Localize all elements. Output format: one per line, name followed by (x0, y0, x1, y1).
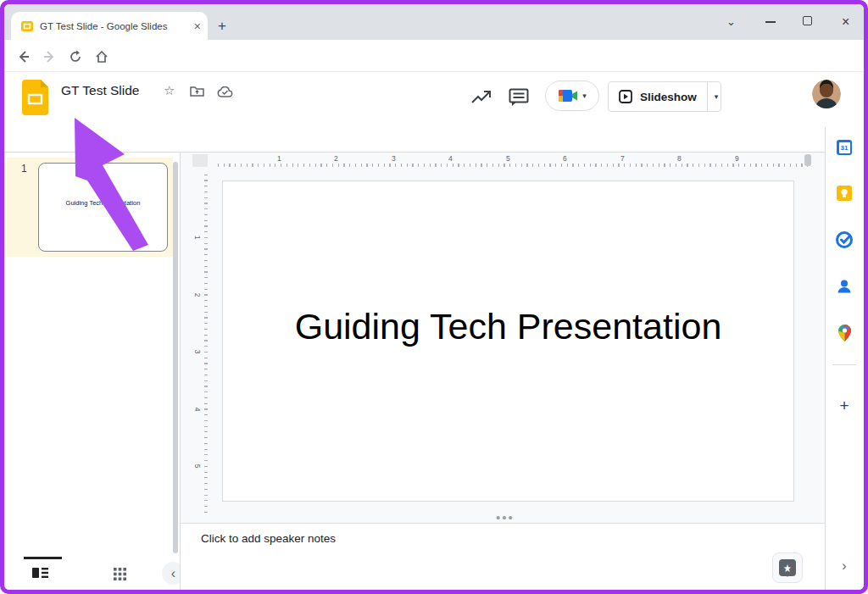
vruler-1: 1 (193, 236, 202, 240)
slide-title-text[interactable]: Guiding Tech Presentation (295, 306, 722, 347)
slide-number: 1 (21, 163, 27, 175)
sidebar-item-maps[interactable] (833, 322, 855, 344)
sidebar-divider-line (832, 364, 856, 365)
filmstrip-view-icon[interactable] (32, 567, 48, 579)
activity-dashboard-icon[interactable] (470, 89, 492, 106)
contacts-icon (837, 279, 852, 294)
chevron-left-icon: ‹ (171, 566, 175, 581)
calendar-date: 31 (839, 142, 850, 153)
plus-icon: + (839, 397, 849, 415)
address-bar: docs.google.com/presentation/d/1UJF4I2V8… (4, 40, 864, 72)
meet-dropdown-icon: ▾ (582, 92, 587, 100)
ruler-corner (192, 154, 208, 167)
meet-button[interactable]: ▾ (545, 80, 599, 111)
filmstrip-panel: 1 Guiding Tech Presentation ‹ (4, 153, 180, 590)
account-avatar[interactable] (812, 80, 841, 108)
hruler-2: 2 (334, 154, 338, 163)
vruler-2: 2 (193, 293, 202, 297)
google-meet-icon (558, 88, 578, 103)
slide-thumbnail[interactable]: Guiding Tech Presentation (38, 163, 168, 252)
speaker-notes-placeholder[interactable]: Click to add speaker notes (201, 532, 336, 545)
get-addons-button[interactable]: + (833, 395, 855, 417)
sparkle-icon: ★ (783, 562, 792, 575)
tab-strip: GT Test Slide - Google Slides × + ⌄ × (4, 4, 864, 40)
browser-tab[interactable]: GT Test Slide - Google Slides × (11, 12, 208, 40)
vruler-5: 5 (193, 464, 202, 469)
grid-view-icon[interactable] (114, 568, 126, 580)
thumbnail-title-text: Guiding Tech Presentation (66, 199, 141, 207)
slideshow-caret-icon: ▾ (715, 92, 719, 101)
sidebar-item-tasks[interactable] (833, 229, 855, 251)
hruler-7: 7 (620, 154, 625, 163)
new-tab-button[interactable]: + (218, 18, 226, 35)
slideshow-label: Slideshow (640, 91, 697, 103)
sidebar-item-contacts[interactable] (833, 275, 855, 297)
slides-favicon (21, 20, 33, 32)
calendar-icon: 31 (837, 140, 852, 155)
show-side-panel-button[interactable]: › (833, 555, 855, 577)
sidebar-item-calendar[interactable]: 31 (833, 136, 855, 158)
comment-history-icon[interactable] (509, 88, 529, 107)
slideshow-button[interactable]: Slideshow (609, 82, 707, 111)
back-icon[interactable] (17, 50, 31, 64)
active-view-indicator (24, 557, 62, 559)
tasks-icon (836, 231, 853, 248)
hruler-4: 4 (448, 154, 453, 163)
tab-title: GT Test Slide - Google Slides (40, 21, 189, 31)
slides-header: GT Test Slide ☆ File Edit View Insert Fo… (4, 72, 864, 123)
hruler-3: 3 (392, 154, 396, 163)
move-folder-icon[interactable] (190, 86, 204, 97)
chevron-right-icon: › (842, 558, 846, 574)
window-close-button[interactable]: × (842, 14, 849, 30)
canvas-scrollbar[interactable] (804, 154, 811, 166)
toolbar: + ▾ ▾ ▾ ▾ Background Layout ▾ Theme Tran… (4, 123, 825, 153)
home-icon[interactable] (95, 50, 108, 64)
tab-close-icon[interactable]: × (194, 19, 201, 33)
slide-canvas[interactable]: Guiding Tech Presentation (222, 180, 794, 502)
hruler-9: 9 (735, 154, 739, 163)
forward-icon[interactable] (42, 50, 56, 64)
present-icon (619, 90, 632, 103)
hruler-1: 1 (277, 154, 281, 163)
keep-icon (837, 186, 852, 201)
hruler-5: 5 (506, 154, 510, 163)
filmstrip-scrollbar[interactable] (173, 162, 178, 553)
horizontal-ruler: 1 2 3 4 5 6 7 8 9 (218, 154, 811, 167)
explore-button[interactable]: ★ (772, 552, 803, 583)
sidebar-item-keep[interactable] (833, 182, 855, 204)
hruler-8: 8 (677, 154, 682, 163)
document-title[interactable]: GT Test Slide (61, 83, 139, 98)
vruler-3: 3 (193, 350, 202, 354)
maximize-button[interactable] (803, 16, 812, 25)
reload-icon[interactable] (69, 50, 82, 64)
slideshow-dropdown[interactable]: ▾ (707, 82, 726, 111)
star-document-icon[interactable]: ☆ (164, 83, 175, 98)
slides-logo[interactable] (22, 80, 48, 115)
speaker-notes-area[interactable]: Click to add speaker notes ★ (181, 524, 825, 590)
slideshow-button-group: Slideshow ▾ (608, 81, 721, 112)
minimize-button[interactable] (765, 21, 776, 23)
vertical-ruler: 1 2 3 4 5 (196, 170, 208, 513)
vruler-4: 4 (193, 408, 202, 412)
cloud-status-icon[interactable] (217, 86, 233, 97)
maps-icon (838, 325, 851, 341)
hruler-6: 6 (563, 154, 567, 163)
tab-search-icon[interactable]: ⌄ (726, 15, 736, 28)
browser-window: GT Test Slide - Google Slides × + ⌄ × do… (4, 4, 864, 590)
explore-icon: ★ (779, 559, 796, 576)
apps-sidebar: 31 + › (826, 127, 864, 590)
screenshot-purple-frame: GT Test Slide - Google Slides × + ⌄ × do… (0, 0, 868, 594)
